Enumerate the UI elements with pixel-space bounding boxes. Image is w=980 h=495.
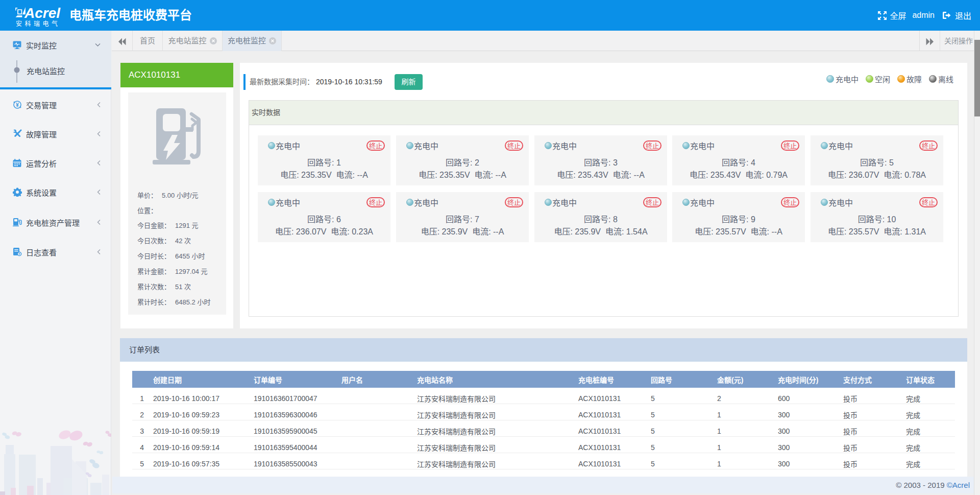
svg-text:¥: ¥ (16, 102, 19, 108)
